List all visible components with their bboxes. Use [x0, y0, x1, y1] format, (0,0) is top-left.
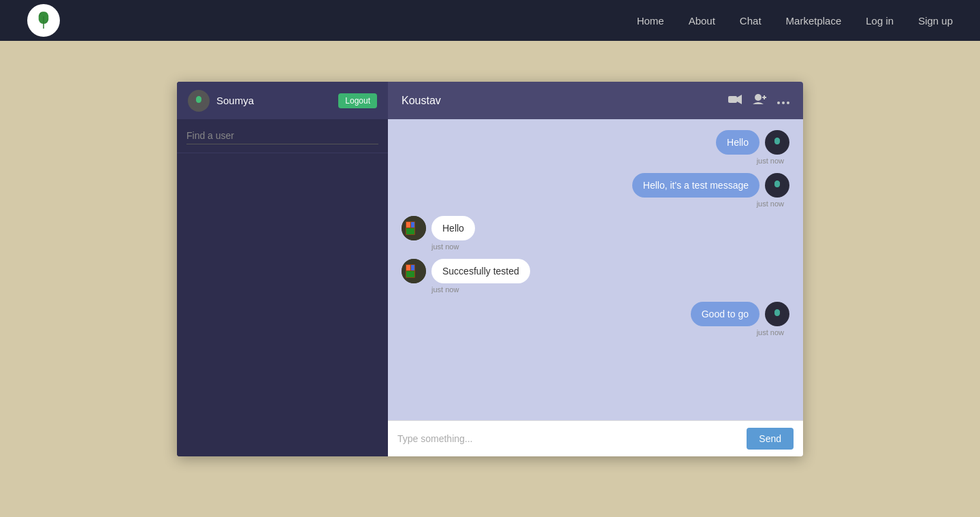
message-group-1: Hello just now — [402, 130, 789, 165]
message-time-3: just now — [402, 242, 459, 251]
nav-marketplace[interactable]: Marketplace — [786, 15, 842, 27]
received-avatar-2 — [402, 259, 426, 283]
navbar: Home About Chat Marketplace Log in Sign … — [0, 0, 980, 41]
sent-avatar-2 — [765, 173, 789, 198]
svg-rect-6 — [728, 96, 737, 103]
svg-marker-7 — [737, 95, 742, 104]
message-time-4: just now — [402, 285, 459, 294]
message-group-4: Succesfully tested just now — [402, 259, 789, 294]
sidebar: Soumya Logout — [177, 82, 388, 456]
chat-panel: Koustav — [388, 82, 803, 456]
sent-avatar-3 — [765, 302, 789, 326]
message-group-2: Hello, it's a test message just now — [402, 173, 789, 208]
svg-rect-27 — [406, 265, 410, 270]
svg-point-11 — [777, 101, 780, 104]
nav-chat[interactable]: Chat — [740, 15, 762, 27]
nav-home[interactable]: Home — [637, 15, 664, 27]
message-row-4: Succesfully tested — [402, 259, 530, 283]
message-row-5: Good to go — [691, 302, 789, 326]
message-bubble-5: Good to go — [691, 302, 760, 326]
sidebar-header: Soumya Logout — [177, 82, 388, 119]
video-call-icon[interactable] — [728, 93, 742, 108]
message-row-1: Hello — [716, 130, 789, 155]
message-time-2: just now — [757, 200, 789, 208]
message-time-5: just now — [757, 328, 789, 336]
received-avatar-1 — [402, 216, 426, 240]
svg-rect-29 — [406, 271, 414, 277]
chat-header: Koustav — [388, 82, 803, 119]
messages-area: Hello just now Hello, — [388, 119, 803, 420]
chat-input-area: Send — [388, 420, 803, 456]
sidebar-search-area — [177, 119, 388, 153]
chat-container: Soumya Logout Koustav — [177, 82, 803, 456]
message-time-1: just now — [757, 157, 789, 165]
sidebar-username: Soumya — [216, 95, 331, 106]
nav-about[interactable]: About — [689, 15, 715, 27]
message-bubble-4: Succesfully tested — [431, 259, 530, 283]
message-group-5: Good to go just now — [402, 302, 789, 336]
more-options-icon[interactable] — [777, 93, 789, 108]
add-user-icon[interactable] — [753, 93, 766, 108]
chat-contact-name: Koustav — [402, 95, 728, 107]
page-body: Soumya Logout Koustav — [0, 41, 980, 497]
svg-point-13 — [787, 101, 789, 104]
nav-signup[interactable]: Sign up — [918, 15, 953, 27]
find-user-input[interactable] — [186, 127, 378, 144]
message-input[interactable] — [397, 433, 740, 444]
message-group-3: Hello just now — [402, 216, 789, 251]
nav-login[interactable]: Log in — [866, 15, 894, 27]
svg-rect-22 — [406, 222, 410, 228]
message-bubble-1: Hello — [716, 130, 760, 155]
message-bubble-2: Hello, it's a test message — [632, 173, 760, 198]
svg-point-12 — [782, 101, 785, 104]
message-row-2: Hello, it's a test message — [632, 173, 789, 198]
chat-header-icons — [728, 93, 789, 108]
nav-links: Home About Chat Marketplace Log in Sign … — [637, 15, 953, 27]
message-bubble-3: Hello — [431, 216, 475, 240]
sent-avatar-1 — [765, 130, 789, 155]
svg-rect-24 — [406, 228, 414, 234]
svg-rect-23 — [411, 222, 414, 228]
message-row-3: Hello — [402, 216, 475, 240]
svg-point-8 — [755, 94, 762, 101]
sidebar-contacts — [177, 153, 388, 456]
user-avatar — [188, 90, 210, 112]
logo — [27, 4, 60, 37]
logout-button[interactable]: Logout — [338, 93, 377, 108]
svg-rect-28 — [411, 265, 414, 270]
send-button[interactable]: Send — [747, 428, 794, 450]
